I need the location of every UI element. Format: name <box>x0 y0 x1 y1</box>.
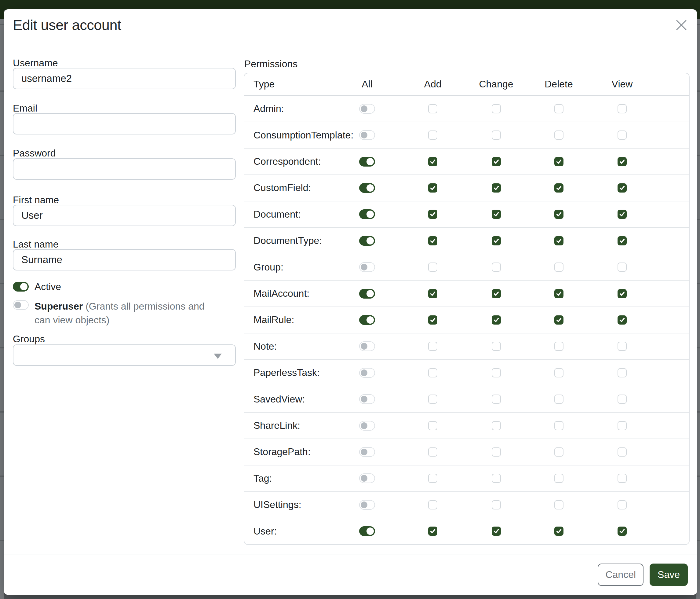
cancel-button[interactable]: Cancel <box>598 564 644 586</box>
all-toggle[interactable] <box>359 368 375 378</box>
first-name-input[interactable] <box>13 205 236 226</box>
add-checkbox[interactable] <box>428 130 438 140</box>
delete-checkbox[interactable] <box>554 342 564 351</box>
view-checkbox[interactable] <box>618 342 627 351</box>
change-checkbox[interactable] <box>492 342 501 351</box>
view-checkbox[interactable] <box>618 210 627 219</box>
all-toggle[interactable] <box>359 130 375 140</box>
all-toggle[interactable] <box>359 526 375 536</box>
change-checkbox[interactable] <box>492 527 501 536</box>
password-input[interactable] <box>13 158 236 180</box>
change-checkbox[interactable] <box>492 210 501 219</box>
change-checkbox[interactable] <box>492 130 501 140</box>
add-checkbox[interactable] <box>428 104 438 113</box>
superuser-toggle[interactable] <box>13 300 29 310</box>
column-header-type: Type <box>244 78 333 90</box>
change-checkbox[interactable] <box>492 263 501 272</box>
change-checkbox[interactable] <box>492 157 501 166</box>
delete-checkbox[interactable] <box>554 527 564 536</box>
delete-checkbox[interactable] <box>554 368 564 378</box>
view-checkbox[interactable] <box>618 500 627 509</box>
change-checkbox[interactable] <box>492 448 501 457</box>
change-checkbox[interactable] <box>492 315 501 325</box>
view-checkbox[interactable] <box>618 263 627 272</box>
change-checkbox[interactable] <box>492 368 501 378</box>
all-toggle[interactable] <box>359 341 375 351</box>
view-checkbox[interactable] <box>618 527 627 536</box>
view-checkbox[interactable] <box>618 236 627 245</box>
view-checkbox[interactable] <box>618 474 627 483</box>
delete-checkbox[interactable] <box>554 315 564 325</box>
add-checkbox[interactable] <box>428 183 438 193</box>
view-checkbox[interactable] <box>618 157 627 166</box>
add-checkbox[interactable] <box>428 421 438 430</box>
permission-type-label: CustomField: <box>244 182 333 193</box>
email-input[interactable] <box>13 113 236 135</box>
delete-checkbox[interactable] <box>554 104 564 113</box>
add-checkbox[interactable] <box>428 342 438 351</box>
add-checkbox[interactable] <box>428 236 438 245</box>
view-checkbox[interactable] <box>618 421 627 430</box>
change-checkbox[interactable] <box>492 421 501 430</box>
change-checkbox[interactable] <box>492 104 501 113</box>
all-toggle[interactable] <box>359 157 375 167</box>
add-checkbox[interactable] <box>428 527 438 536</box>
change-checkbox[interactable] <box>492 394 501 404</box>
delete-checkbox[interactable] <box>554 236 564 245</box>
all-toggle[interactable] <box>359 289 375 298</box>
delete-checkbox[interactable] <box>554 130 564 140</box>
delete-checkbox[interactable] <box>554 448 564 457</box>
delete-checkbox[interactable] <box>554 210 564 219</box>
add-checkbox[interactable] <box>428 394 438 404</box>
all-toggle[interactable] <box>359 236 375 246</box>
change-checkbox[interactable] <box>492 289 501 298</box>
add-checkbox[interactable] <box>428 315 438 325</box>
add-checkbox[interactable] <box>428 157 438 166</box>
permission-type-label: ShareLink: <box>244 420 333 431</box>
username-input[interactable] <box>13 68 236 89</box>
add-checkbox[interactable] <box>428 500 438 509</box>
add-checkbox[interactable] <box>428 289 438 298</box>
last-name-input[interactable] <box>13 249 236 270</box>
view-checkbox[interactable] <box>618 368 627 378</box>
delete-checkbox[interactable] <box>554 421 564 430</box>
add-checkbox[interactable] <box>428 474 438 483</box>
all-toggle[interactable] <box>359 473 375 483</box>
delete-checkbox[interactable] <box>554 474 564 483</box>
delete-checkbox[interactable] <box>554 500 564 509</box>
all-toggle[interactable] <box>359 104 375 114</box>
add-checkbox[interactable] <box>428 448 438 457</box>
add-checkbox[interactable] <box>428 210 438 219</box>
delete-checkbox[interactable] <box>554 157 564 166</box>
all-toggle[interactable] <box>359 421 375 431</box>
delete-checkbox[interactable] <box>554 289 564 298</box>
delete-checkbox[interactable] <box>554 263 564 272</box>
groups-select[interactable] <box>13 344 236 366</box>
permission-type-label: User: <box>244 526 333 537</box>
change-checkbox[interactable] <box>492 183 501 193</box>
view-checkbox[interactable] <box>618 130 627 140</box>
view-checkbox[interactable] <box>618 289 627 298</box>
view-checkbox[interactable] <box>618 315 627 325</box>
delete-checkbox[interactable] <box>554 183 564 193</box>
view-checkbox[interactable] <box>618 394 627 404</box>
all-toggle[interactable] <box>359 183 375 193</box>
all-toggle[interactable] <box>359 500 375 510</box>
all-toggle[interactable] <box>359 447 375 457</box>
delete-checkbox[interactable] <box>554 394 564 404</box>
view-checkbox[interactable] <box>618 448 627 457</box>
active-toggle[interactable] <box>13 282 29 291</box>
all-toggle[interactable] <box>359 262 375 272</box>
add-checkbox[interactable] <box>428 263 438 272</box>
change-checkbox[interactable] <box>492 236 501 245</box>
save-button[interactable]: Save <box>650 564 688 586</box>
all-toggle[interactable] <box>359 394 375 404</box>
add-checkbox[interactable] <box>428 368 438 378</box>
all-toggle[interactable] <box>359 209 375 219</box>
change-checkbox[interactable] <box>492 474 501 483</box>
all-toggle[interactable] <box>359 315 375 325</box>
change-checkbox[interactable] <box>492 500 501 509</box>
view-checkbox[interactable] <box>618 183 627 193</box>
view-checkbox[interactable] <box>618 104 627 113</box>
close-button[interactable] <box>673 17 689 33</box>
